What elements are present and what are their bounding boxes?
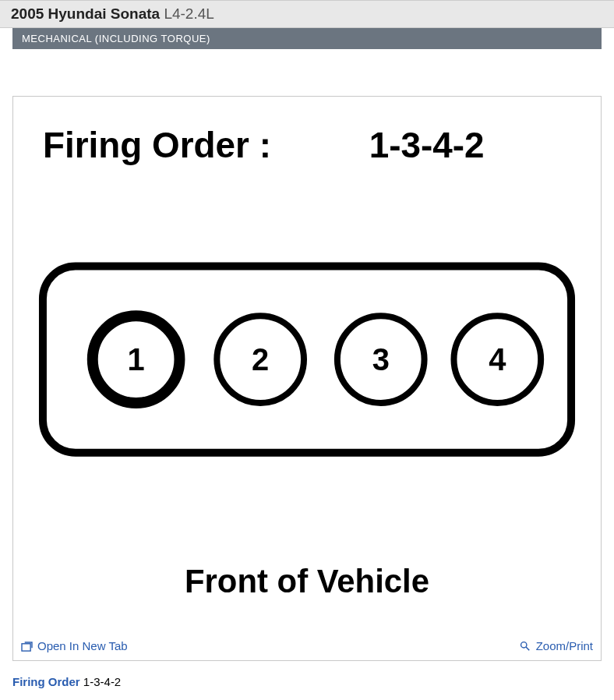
diagram-frame: Firing Order : 1-3-4-2 1 2 3 4 Front of …: [12, 96, 602, 661]
magnifier-icon: [520, 641, 531, 651]
new-tab-icon: [21, 641, 33, 651]
diagram-title-label: Firing Order :: [43, 125, 271, 165]
figure-caption: Firing Order 1-3-4-2: [12, 675, 602, 688]
figure-footer: Open In New Tab Zoom/Print: [13, 635, 601, 660]
cylinder-2-label: 2: [252, 342, 269, 377]
svg-point-1: [520, 642, 526, 648]
firing-order-diagram: Firing Order : 1-3-4-2 1 2 3 4 Front of …: [27, 111, 587, 624]
caption-label: Firing Order: [12, 675, 80, 688]
front-of-vehicle-label: Front of Vehicle: [185, 563, 429, 599]
cylinder-3-label: 3: [372, 342, 390, 377]
vehicle-model: 2005 Hyundai Sonata: [11, 5, 160, 22]
open-in-new-tab-label: Open In New Tab: [37, 639, 128, 652]
zoom-print-link[interactable]: Zoom/Print: [520, 639, 593, 652]
svg-rect-0: [22, 644, 30, 651]
cylinder-1-label: 1: [128, 342, 145, 377]
zoom-print-label: Zoom/Print: [536, 639, 593, 652]
diagram-firing-order: 1-3-4-2: [369, 125, 485, 165]
open-in-new-tab-link[interactable]: Open In New Tab: [21, 639, 128, 652]
diagram-canvas: Firing Order : 1-3-4-2 1 2 3 4 Front of …: [13, 97, 601, 635]
caption-value: 1-3-4-2: [83, 675, 121, 688]
vehicle-engine: L4-2.4L: [164, 5, 213, 22]
svg-line-2: [526, 647, 529, 650]
vehicle-header: 2005 Hyundai Sonata L4-2.4L: [0, 0, 614, 28]
section-band: MECHANICAL (INCLUDING TORQUE): [12, 28, 602, 49]
cylinder-4-label: 4: [489, 342, 506, 377]
